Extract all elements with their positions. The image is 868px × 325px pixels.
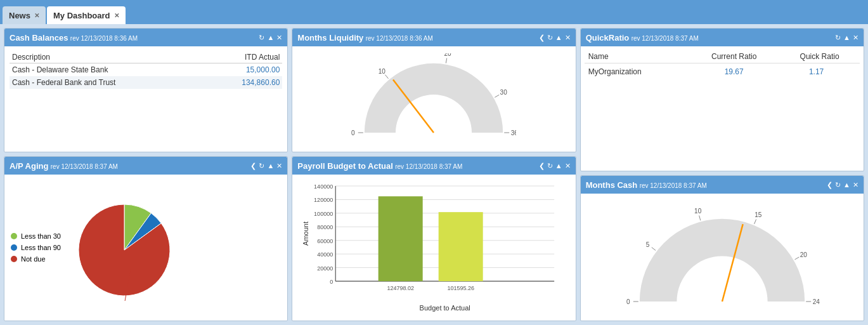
widget-payroll-budget: Payroll Budget to Actual rev 12/13/2018 … [292, 156, 576, 321]
widget-ap-aging-header: A/P Aging rev 12/13/2018 8:37 AM ❮ ↻ ▲ ✕ [4, 157, 287, 175]
widget-cash-balances-header: Cash Balances rev 12/13/2018 8:36 AM ↻ ▲… [4, 29, 287, 46]
prev-icon[interactable]: ❮ [539, 162, 545, 170]
table-row: Cash - Federal Bank and Trust134,860.60 [10, 76, 282, 89]
widget-months-liquidity-title: Months Liquidity rev 12/13/2018 8:36 AM [297, 33, 433, 43]
widget-cash-balances-controls: ↻ ▲ ✕ [259, 34, 282, 42]
tab-my-dashboard-close[interactable]: ✕ [114, 12, 119, 19]
widget-cash-balances-body: Description ITD Actual Cash - Delaware S… [4, 46, 287, 152]
svg-text:20: 20 [800, 251, 808, 258]
up-icon[interactable]: ▲ [267, 34, 274, 41]
svg-text:10: 10 [379, 67, 386, 74]
up-icon[interactable]: ▲ [843, 34, 850, 41]
qr-col-name: Name [585, 50, 689, 63]
refresh-icon[interactable]: ↻ [259, 162, 264, 170]
svg-text:36: 36 [511, 129, 516, 136]
svg-text:120000: 120000 [314, 197, 333, 203]
close-icon[interactable]: ✕ [853, 181, 858, 189]
tab-news-close[interactable]: ✕ [34, 12, 39, 19]
legend-item-lt30: Less than 30 [11, 232, 61, 240]
widget-months-liquidity-controls: ❮ ↻ ▲ ✕ [539, 34, 571, 42]
prev-icon[interactable]: ❮ [250, 162, 256, 170]
close-icon[interactable]: ✕ [565, 162, 571, 170]
widget-ap-aging: A/P Aging rev 12/13/2018 8:37 AM ❮ ↻ ▲ ✕… [4, 156, 288, 321]
bar-chart: 0200004000060000800001000001200001400001… [297, 180, 570, 313]
liquidity-gauge: 010203036 [351, 53, 516, 145]
svg-text:20000: 20000 [317, 265, 333, 272]
legend-item-lt90: Less than 90 [11, 244, 61, 251]
pie-chart: Not due [74, 193, 175, 301]
svg-rect-46 [439, 212, 483, 281]
svg-line-19 [794, 257, 799, 260]
refresh-icon[interactable]: ↻ [547, 34, 553, 42]
refresh-icon[interactable]: ↻ [835, 181, 841, 189]
svg-text:24: 24 [812, 298, 820, 305]
up-icon[interactable]: ▲ [555, 34, 562, 41]
svg-text:0: 0 [352, 129, 356, 136]
close-icon[interactable]: ✕ [565, 34, 571, 42]
refresh-icon[interactable]: ↻ [835, 34, 841, 42]
tab-my-dashboard[interactable]: My Dashboard ✕ [47, 6, 126, 24]
svg-rect-44 [379, 196, 423, 281]
widget-payroll-budget-controls: ❮ ↻ ▲ ✕ [539, 162, 571, 170]
widget-ap-aging-body: Less than 30 Less than 90 Not due Not du… [4, 175, 287, 321]
col-itd-actual: ITD Actual [205, 51, 282, 63]
col-description: Description [10, 51, 205, 63]
quick-ratio-stepper[interactable]: ▲ ▼ [825, 65, 830, 78]
widget-ap-aging-controls: ❮ ↻ ▲ ✕ [250, 162, 282, 170]
qr-col-quick: Quick Ratio [779, 50, 860, 63]
widget-months-cash-title: Months Cash rev 12/13/2018 8:37 AM [586, 180, 707, 190]
svg-text:140000: 140000 [314, 183, 333, 190]
widget-quick-ratio-controls: ↻ ▲ ✕ [835, 34, 858, 42]
up-icon[interactable]: ▲ [843, 181, 850, 189]
svg-text:101595.26: 101595.26 [448, 285, 475, 291]
stepper-down[interactable]: ▼ [825, 72, 830, 78]
svg-line-15 [699, 216, 701, 221]
svg-text:Budget to Actual: Budget to Actual [420, 304, 470, 312]
up-icon[interactable]: ▲ [555, 162, 562, 169]
close-icon[interactable]: ✕ [276, 34, 282, 42]
legend-label-notdue: Not due [21, 255, 46, 263]
widget-quick-ratio-title: QuickRatio rev 12/13/2018 8:37 AM [586, 33, 699, 43]
refresh-icon[interactable]: ↻ [259, 34, 264, 42]
widget-months-cash-controls: ❮ ↻ ▲ ✕ [827, 181, 858, 189]
widget-months-cash-header: Months Cash rev 12/13/2018 8:37 AM ❮ ↻ ▲… [581, 176, 864, 194]
cash-value: 134,860.60 [205, 76, 282, 89]
svg-text:100000: 100000 [314, 211, 333, 217]
legend-label-lt30: Less than 30 [21, 232, 61, 240]
quick-ratio-table: Name Current Ratio Quick Ratio MyOrganiz… [585, 50, 860, 80]
cash-value: 15,000.00 [205, 63, 282, 77]
cash-balances-table: Description ITD Actual Cash - Delaware S… [10, 51, 282, 89]
legend-label-lt90: Less than 90 [21, 244, 61, 251]
widget-ap-aging-title: A/P Aging rev 12/13/2018 8:37 AM [10, 161, 118, 171]
qr-org-name: MyOrganization [585, 63, 689, 81]
close-icon[interactable]: ✕ [276, 162, 282, 170]
pie-chart-container: Not due [74, 193, 175, 303]
prev-icon[interactable]: ❮ [539, 34, 545, 42]
widget-quick-ratio: QuickRatio rev 12/13/2018 8:37 AM ↻ ▲ ✕ … [580, 28, 864, 171]
cash-desc: Cash - Delaware State Bank [10, 63, 205, 77]
widget-quick-ratio-header: QuickRatio rev 12/13/2018 8:37 AM ↻ ▲ ✕ [581, 29, 864, 46]
up-icon[interactable]: ▲ [267, 162, 274, 169]
svg-text:60000: 60000 [317, 238, 333, 244]
qr-quick-ratio: 1.17 ▲ ▼ [779, 63, 860, 81]
cash-desc: Cash - Federal Bank and Trust [10, 76, 205, 89]
svg-text:5: 5 [645, 241, 649, 248]
legend-item-notdue: Not due [11, 255, 61, 263]
svg-text:40000: 40000 [317, 251, 333, 258]
dashboard: Cash Balances rev 12/13/2018 8:36 AM ↻ ▲… [0, 24, 868, 325]
widget-cash-balances: Cash Balances rev 12/13/2018 8:36 AM ↻ ▲… [4, 28, 288, 152]
close-icon[interactable]: ✕ [853, 34, 858, 42]
prev-icon[interactable]: ❮ [827, 181, 832, 189]
svg-line-4 [446, 58, 447, 63]
tab-news[interactable]: News ✕ [3, 6, 46, 24]
svg-line-13 [652, 248, 656, 251]
widget-payroll-budget-body: 0200004000060000800001000001200001400001… [292, 175, 575, 321]
tab-my-dashboard-label: My Dashboard [53, 11, 110, 20]
stepper-up[interactable]: ▲ [825, 65, 830, 72]
refresh-icon[interactable]: ↻ [547, 162, 553, 170]
widget-months-cash: Months Cash rev 12/13/2018 8:37 AM ❮ ↻ ▲… [580, 175, 864, 321]
svg-text:15: 15 [755, 211, 762, 218]
widget-months-liquidity: Months Liquidity rev 12/13/2018 8:36 AM … [292, 28, 576, 152]
widget-months-liquidity-body: 010203036 [292, 46, 575, 152]
svg-line-2 [385, 74, 389, 78]
